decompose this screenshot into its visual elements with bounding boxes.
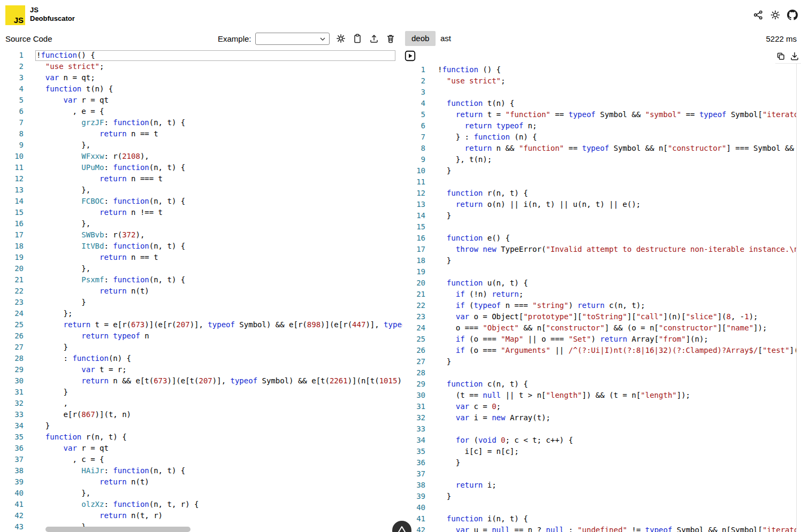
code-text: }: [425, 255, 451, 266]
tab-deob[interactable]: deob: [405, 31, 436, 46]
copy-icon[interactable]: [351, 32, 364, 45]
line-number: 3: [0, 72, 24, 83]
code-line: 35 function r(n, t) {: [0, 431, 402, 443]
source-code-area[interactable]: 1!function() {2 "use strict";3 var n = q…: [0, 49, 402, 532]
download-icon[interactable]: [789, 51, 800, 61]
line-number: 26: [402, 345, 425, 356]
code-line: 33 e[r(867)](t, n): [0, 409, 402, 420]
line-number: 24: [402, 322, 425, 334]
code-text: [425, 367, 438, 379]
code-text: }, t(n);: [425, 154, 492, 165]
code-text: function r(n, t) {: [24, 431, 127, 443]
line-number: 7: [0, 117, 24, 128]
code-text: return t = "function" == typeof Symbol &…: [425, 109, 796, 120]
code-line: 14 FCBOC: function(n, t) {: [0, 196, 402, 207]
code-line: 8 return n == t: [0, 128, 402, 140]
code-line: 42 return n(t, r): [0, 510, 402, 521]
code-text: function r(n, t) {: [425, 188, 528, 199]
code-text: }: [425, 491, 451, 502]
line-number: 25: [0, 319, 24, 330]
line-number: 27: [402, 356, 425, 367]
code-line: 4 function t(n) {: [402, 98, 796, 109]
code-line: 24 };: [0, 308, 402, 319]
line-number: 29: [402, 379, 425, 390]
horizontal-scrollbar-thumb[interactable]: [45, 527, 190, 532]
output-editor[interactable]: 1!function () {2 "use strict";34 functio…: [402, 49, 801, 532]
line-number: 11: [0, 162, 24, 173]
code-text: var u = null == n ? null : "undefined" !…: [425, 525, 796, 532]
code-line: 38 HAiJr: function(n, t) {: [0, 465, 402, 476]
line-number: 19: [0, 252, 24, 263]
code-line: 27 }: [402, 356, 796, 367]
code-line: 6 return typeof n;: [402, 120, 796, 132]
line-number: 2: [402, 75, 425, 87]
line-number: 10: [402, 165, 425, 176]
line-number: 41: [0, 499, 24, 510]
floating-toolbar-button[interactable]: [392, 521, 411, 532]
code-line: 37 , c = {: [0, 454, 402, 465]
line-number: 27: [0, 342, 24, 353]
code-line: 24 o === "Object" && n["constructor"] &&…: [402, 322, 796, 334]
line-number: 5: [0, 95, 24, 106]
code-text: }: [24, 387, 68, 398]
line-number: 33: [0, 409, 24, 420]
code-text: } : function (n) {: [425, 132, 537, 143]
run-button[interactable]: [405, 50, 416, 61]
code-line: 32 ,: [0, 398, 402, 409]
code-line: 2 "use strict";: [402, 75, 796, 87]
code-text: };: [24, 308, 72, 319]
code-text: function u(n, t) {: [425, 277, 528, 289]
code-line: 16 function e() {: [402, 233, 796, 244]
line-number: 42: [0, 510, 24, 521]
line-number: 16: [0, 218, 24, 229]
line-number: 21: [0, 274, 24, 286]
theme-icon[interactable]: [769, 9, 781, 21]
line-number: 31: [402, 401, 425, 412]
code-line: 12 function r(n, t) {: [402, 188, 796, 199]
code-line: 9 }, t(n);: [402, 154, 796, 165]
example-select[interactable]: [255, 33, 330, 45]
line-number: 11: [402, 176, 425, 188]
code-line: 31 }: [0, 387, 402, 398]
line-number: 6: [402, 120, 425, 132]
code-text: }: [24, 342, 68, 353]
code-line: 3 var n = qt;: [0, 72, 402, 83]
code-line: 23 }: [0, 297, 402, 308]
line-number: 14: [0, 196, 24, 207]
line-number: 9: [0, 140, 24, 151]
scrollbar-corner-line: [775, 63, 801, 64]
code-text: e[r(867)](t, n): [24, 409, 131, 420]
code-text: grzJF: function(n, t) {: [24, 117, 185, 128]
source-editor[interactable]: 1!function() {2 "use strict";3 var n = q…: [0, 49, 402, 532]
line-number: 20: [402, 277, 425, 289]
code-line: 42 var u = null == n ? null : "undefined…: [402, 525, 796, 532]
code-line: 11 UPuMo: function(n, t) {: [0, 162, 402, 173]
tab-ast[interactable]: ast: [434, 31, 457, 46]
code-line: 21 if (!n) return;: [402, 289, 796, 300]
line-number: 34: [0, 420, 24, 431]
settings-icon[interactable]: [334, 32, 347, 45]
github-icon[interactable]: [787, 9, 798, 21]
code-text: for (void 0; c < t; c++) {: [425, 435, 573, 446]
trash-icon[interactable]: [384, 32, 397, 45]
play-icon: [405, 50, 416, 61]
code-text: var r = qt: [24, 95, 109, 106]
code-text: WFxxw: r(2108),: [24, 151, 149, 162]
code-line: 1!function () {: [402, 64, 796, 75]
code-line: 41 function i(n, t) {: [402, 513, 796, 525]
code-text: var r = qt: [24, 443, 109, 454]
copy-output-icon[interactable]: [775, 51, 786, 61]
code-line: 23 var o = Object["prototype"]["toString…: [402, 311, 796, 322]
line-number: 7: [402, 132, 425, 143]
code-line: 35 i[c] = n[c];: [402, 446, 796, 457]
code-line: 10 WFxxw: r(2108),: [0, 151, 402, 162]
upload-icon[interactable]: [368, 32, 380, 45]
output-code-area[interactable]: 1!function () {2 "use strict";34 functio…: [402, 49, 796, 532]
code-line: 17 throw new TypeError("Invalid attempt …: [402, 244, 796, 255]
share-icon[interactable]: [752, 9, 764, 21]
code-text: [425, 87, 438, 98]
line-number: 9: [402, 154, 425, 165]
line-number: 24: [0, 308, 24, 319]
line-number: 14: [402, 210, 425, 221]
code-line: 34 }: [0, 420, 402, 431]
